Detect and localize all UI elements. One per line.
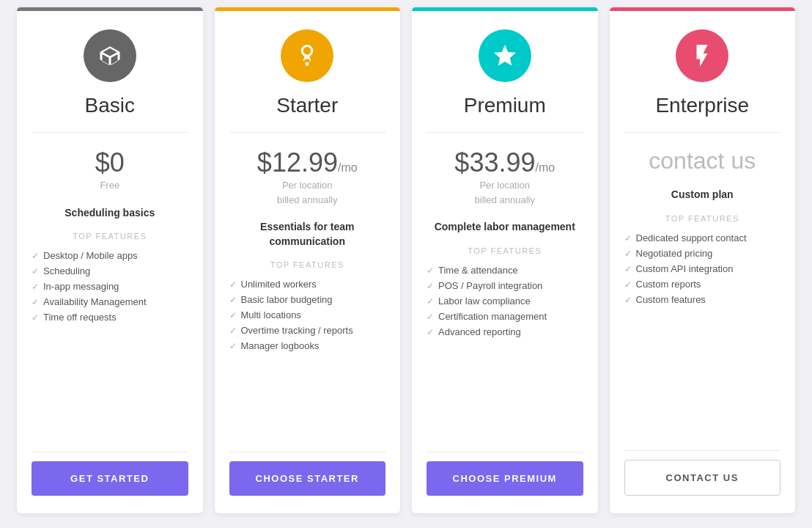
plan-price: $0 (95, 147, 125, 178)
plan-tagline: Essentials for team communication (229, 220, 386, 249)
feature-item: Custom reports (624, 276, 781, 292)
features-list: Unlimited workersBasic labor budgetingMu… (229, 276, 386, 353)
divider-top (427, 132, 583, 133)
feature-item: Dedicated support contact (624, 230, 781, 246)
plan-card-enterprise: Enterprise contact us Custom plan TOP FE… (610, 7, 796, 513)
plan-price: $33.99/mo (454, 147, 555, 178)
plan-price-sub: Per locationbilled annually (475, 178, 535, 207)
feature-item: Custom API integration (624, 261, 781, 276)
cta-button-basic[interactable]: GET STARTED (32, 461, 188, 496)
divider-bottom (624, 450, 781, 451)
plan-price: $12.99/mo (257, 147, 358, 178)
features-label: TOP FEATURES (73, 232, 147, 241)
feature-item: Custom features (624, 292, 781, 307)
feature-item: Scheduling (32, 263, 188, 279)
plan-price-sub: Free (100, 178, 119, 193)
plan-name: Premium (464, 94, 546, 117)
features-label: TOP FEATURES (665, 214, 739, 223)
plan-name: Enterprise (655, 94, 749, 117)
feature-item: Certification management (427, 309, 583, 324)
plan-name: Basic (85, 94, 135, 117)
feature-item: Unlimited workers (229, 276, 386, 292)
feature-item: Overtime tracking / reports (229, 323, 386, 338)
divider-bottom (229, 452, 386, 452)
cta-button-enterprise[interactable]: CONTACT US (624, 460, 781, 496)
plan-name: Starter (276, 94, 338, 117)
feature-item: Multi locations (229, 307, 386, 323)
cta-button-premium[interactable]: CHOOSE PREMIUM (427, 461, 583, 496)
features-label: TOP FEATURES (468, 246, 542, 255)
plan-price: contact us (649, 147, 756, 175)
rocket-icon (281, 29, 333, 82)
feature-item: Time off requests (32, 309, 188, 325)
cta-button-starter[interactable]: CHOOSE STARTER (229, 461, 386, 496)
feature-item: In-app messaging (32, 279, 188, 294)
plan-price-sub: Per locationbilled annually (277, 178, 337, 207)
divider-top (32, 132, 188, 133)
feature-item: Labor law compliance (427, 293, 583, 309)
star-icon (479, 29, 531, 82)
plan-card-premium: Premium $33.99/mo Per locationbilled ann… (412, 7, 598, 513)
features-label: TOP FEATURES (270, 260, 344, 269)
plan-tagline: Complete labor management (435, 220, 575, 235)
feature-item: Basic labor budgeting (229, 292, 386, 307)
features-list: Dedicated support contactNegotiated pric… (624, 230, 781, 307)
divider-top (624, 132, 781, 133)
pricing-container: Basic $0 Free Scheduling basics TOP FEAT… (0, 0, 812, 528)
bolt-icon (676, 29, 728, 82)
feature-item: Desktop / Mobile apps (32, 248, 188, 263)
box-icon (84, 29, 136, 82)
divider-bottom (32, 452, 188, 452)
plan-tagline: Custom plan (671, 188, 734, 202)
divider-top (229, 132, 386, 133)
feature-item: Negotiated pricing (624, 246, 781, 261)
feature-item: POS / Payroll integration (427, 278, 583, 293)
plan-tagline: Scheduling basics (64, 206, 155, 221)
feature-item: Availability Management (32, 294, 188, 309)
plan-card-starter: Starter $12.99/mo Per locationbilled ann… (215, 7, 401, 513)
plan-card-basic: Basic $0 Free Scheduling basics TOP FEAT… (17, 7, 203, 513)
features-list: Desktop / Mobile appsSchedulingIn-app me… (32, 248, 188, 325)
features-list: Time & attendancePOS / Payroll integrati… (427, 263, 583, 340)
feature-item: Advanced reporting (427, 324, 583, 340)
divider-bottom (427, 452, 583, 452)
feature-item: Time & attendance (427, 263, 583, 278)
feature-item: Manager logbooks (229, 338, 386, 353)
